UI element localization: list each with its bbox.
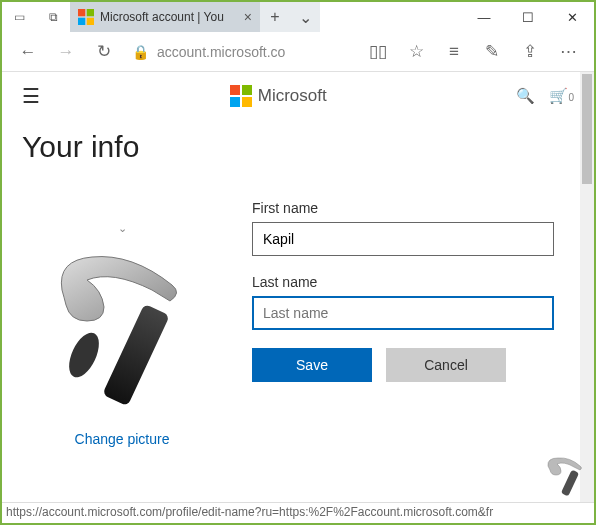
notes-icon[interactable]: ✎ xyxy=(474,34,510,70)
first-name-input[interactable] xyxy=(252,222,554,256)
microsoft-wordmark: Microsoft xyxy=(258,86,327,106)
more-icon[interactable]: ⋯ xyxy=(550,34,586,70)
cancel-button[interactable]: Cancel xyxy=(386,348,506,382)
save-button[interactable]: Save xyxy=(252,348,372,382)
menu-icon[interactable]: ☰ xyxy=(22,84,40,108)
svg-rect-1 xyxy=(87,9,94,16)
change-picture-link[interactable]: Change picture xyxy=(22,431,222,447)
scrollbar-thumb[interactable] xyxy=(582,74,592,184)
favicon-icon xyxy=(78,9,94,25)
page-title: Your info xyxy=(22,130,574,164)
reading-view-icon[interactable]: ▯▯ xyxy=(360,34,396,70)
site-header: ☰ Microsoft 🔍 🛒0 xyxy=(2,72,594,120)
page-content: ☰ Microsoft 🔍 🛒0 Your info ⌄ xyxy=(2,72,594,522)
tab-preview-icon[interactable]: ⧉ xyxy=(36,2,70,32)
tab-group-icon[interactable]: ▭ xyxy=(2,2,36,32)
share-icon[interactable]: ⇪ xyxy=(512,34,548,70)
url-field[interactable]: 🔒 account.microsoft.co xyxy=(124,34,358,70)
favorite-icon[interactable]: ☆ xyxy=(398,34,434,70)
refresh-button[interactable]: ↻ xyxy=(86,34,122,70)
cart-icon[interactable]: 🛒0 xyxy=(549,87,574,105)
svg-rect-6 xyxy=(561,470,579,497)
back-button[interactable]: ← xyxy=(10,34,46,70)
fields-column: First name Last name Save Cancel xyxy=(252,192,574,447)
svg-rect-3 xyxy=(87,18,94,25)
form-area: ⌄ Change picture First name Last name xyxy=(22,192,574,447)
window-controls: — ☐ ✕ xyxy=(462,2,594,32)
search-icon[interactable]: 🔍 xyxy=(516,87,535,105)
new-tab-button[interactable]: + xyxy=(260,2,290,32)
last-name-label: Last name xyxy=(252,274,554,290)
address-bar: ← → ↻ 🔒 account.microsoft.co ▯▯ ☆ ≡ ✎ ⇪ … xyxy=(2,32,594,72)
svg-point-5 xyxy=(63,328,105,382)
window-titlebar: ▭ ⧉ Microsoft account | You × + ⌄ — ☐ ✕ xyxy=(2,2,594,32)
button-row: Save Cancel xyxy=(252,348,554,382)
lock-icon: 🔒 xyxy=(132,44,149,60)
microsoft-grid-icon xyxy=(230,85,252,107)
header-actions: 🔍 🛒0 xyxy=(516,87,574,105)
cart-count: 0 xyxy=(568,92,574,103)
status-bar-url: https://account.microsoft.com/profile/ed… xyxy=(2,502,594,522)
first-name-label: First name xyxy=(252,200,554,216)
tab-title: Microsoft account | You xyxy=(100,10,238,24)
minimize-button[interactable]: — xyxy=(462,2,506,32)
watermark-hammer-icon xyxy=(542,452,590,500)
titlebar-left: ▭ ⧉ xyxy=(2,2,70,32)
last-name-input[interactable] xyxy=(252,296,554,330)
hub-icon[interactable]: ≡ xyxy=(436,34,472,70)
maximize-button[interactable]: ☐ xyxy=(506,2,550,32)
your-info-page: Your info ⌄ Change picture First name xyxy=(2,120,594,457)
avatar-column: ⌄ Change picture xyxy=(22,192,222,447)
browser-tab[interactable]: Microsoft account | You × xyxy=(70,2,260,32)
tab-overflow-icon[interactable]: ⌄ xyxy=(290,2,320,32)
forward-button[interactable]: → xyxy=(48,34,84,70)
url-text: account.microsoft.co xyxy=(157,44,285,60)
expand-caret-icon[interactable]: ⌄ xyxy=(22,222,222,235)
tab-close-icon[interactable]: × xyxy=(244,9,252,25)
svg-rect-0 xyxy=(78,9,85,16)
microsoft-logo[interactable]: Microsoft xyxy=(230,85,327,107)
close-window-button[interactable]: ✕ xyxy=(550,2,594,32)
avatar-image xyxy=(32,235,212,415)
svg-rect-2 xyxy=(78,18,85,25)
svg-rect-4 xyxy=(102,304,170,406)
